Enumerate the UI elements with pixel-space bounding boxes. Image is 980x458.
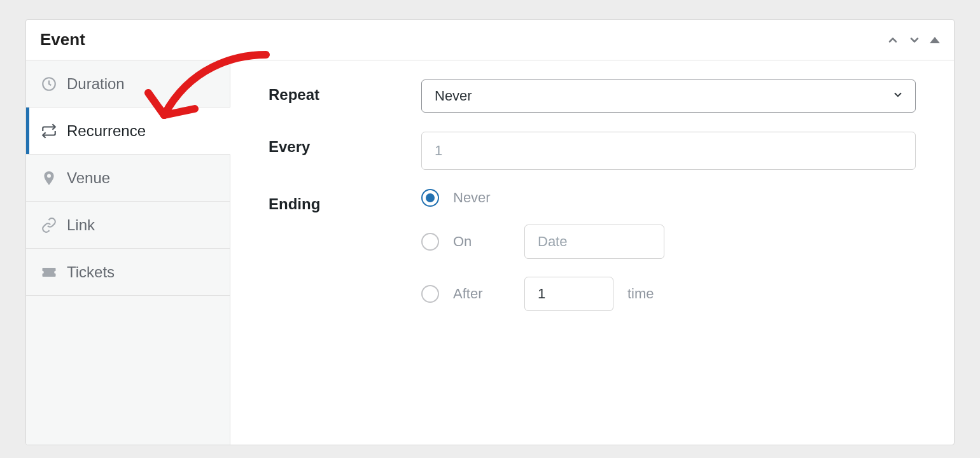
event-panel: Event Duration (25, 19, 955, 445)
sidebar-item-venue[interactable]: Venue (26, 155, 230, 202)
ending-option-on[interactable]: On (421, 225, 916, 259)
panel-body: Duration Recurrence Venue (26, 60, 954, 445)
ending-after-label: After (453, 286, 510, 302)
every-row: Every (269, 132, 916, 170)
every-label: Every (269, 132, 409, 156)
sidebar-item-recurrence[interactable]: Recurrence (26, 108, 230, 155)
recurrence-form: Repeat Never Every (230, 60, 954, 445)
repeat-select[interactable]: Never (421, 80, 916, 113)
radio-icon (421, 285, 439, 303)
chevron-down-icon (892, 88, 904, 104)
panel-title: Event (40, 30, 85, 50)
radio-icon (421, 189, 439, 207)
sidebar-item-label: Tickets (67, 263, 216, 281)
panel-actions (886, 34, 940, 46)
sidebar-item-label: Link (67, 216, 216, 234)
repeat-icon (40, 122, 58, 140)
radio-icon (421, 233, 439, 251)
sidebar-item-duration[interactable]: Duration (26, 60, 230, 108)
repeat-value: Never (435, 88, 472, 104)
ending-after-count-input[interactable] (524, 277, 613, 311)
ending-on-date-input[interactable] (524, 225, 664, 259)
every-input[interactable] (421, 132, 916, 170)
ending-never-label: Never (453, 190, 491, 206)
move-down-icon[interactable] (908, 34, 921, 46)
sidebar-item-label: Recurrence (67, 122, 216, 140)
sidebar-item-label: Duration (67, 75, 216, 93)
repeat-row: Repeat Never (269, 80, 916, 113)
sidebar-item-label: Venue (67, 169, 216, 187)
move-up-icon[interactable] (886, 34, 899, 46)
sidebar-item-tickets[interactable]: Tickets (26, 249, 230, 296)
sidebar: Duration Recurrence Venue (26, 60, 230, 445)
ending-on-label: On (453, 233, 510, 250)
ending-label: Ending (269, 189, 409, 213)
sidebar-item-link[interactable]: Link (26, 202, 230, 249)
location-icon (40, 169, 58, 187)
collapse-icon[interactable] (930, 37, 940, 43)
clock-icon (40, 75, 58, 93)
link-icon (40, 216, 58, 234)
ending-option-never[interactable]: Never (421, 189, 916, 207)
ending-option-after[interactable]: After time (421, 277, 916, 311)
ending-after-suffix: time (627, 286, 654, 302)
panel-header: Event (26, 20, 954, 60)
repeat-label: Repeat (269, 80, 409, 104)
ending-row: Ending Never On Aft (269, 189, 916, 311)
ticket-icon (40, 263, 58, 281)
